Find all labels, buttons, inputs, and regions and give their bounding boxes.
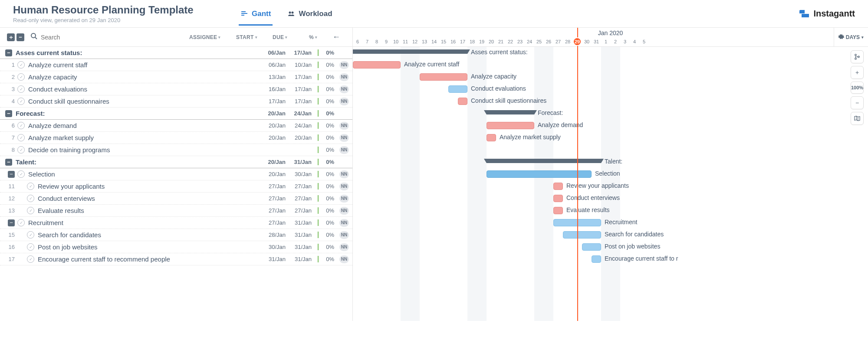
assignee-badge[interactable]: NN [339,219,349,227]
gantt-task-bar[interactable] [420,73,467,81]
expand-all-button[interactable]: ＋ [7,33,15,41]
task-row[interactable]: 13✓Evaluate results27/Jan27/Jan0%NN [0,205,352,217]
status-circle-icon[interactable]: ✓ [27,243,34,251]
assignee-badge[interactable]: NN [339,61,349,69]
assignee-badge[interactable]: NN [339,255,349,263]
gantt-group-bar[interactable] [353,49,467,54]
search-input[interactable] [41,34,102,41]
task-row[interactable]: −✓Recruitment27/Jan31/Jan0%NN [0,217,352,229]
col-header-percent[interactable]: %▾ [309,34,319,40]
assignee-badge[interactable]: NN [339,73,349,81]
status-circle-icon[interactable]: ✓ [17,170,25,178]
assignee-badge[interactable]: NN [339,207,349,215]
start-date: 20/Jan [261,134,286,141]
assignee-badge[interactable]: NN [339,170,349,178]
collapse-icon[interactable]: − [8,171,15,178]
gantt-task-bar[interactable] [563,231,601,239]
assignee-badge[interactable]: NN [339,183,349,190]
day-cell: 23 [515,37,525,46]
assignee-badge[interactable]: NN [339,85,349,93]
gantt-group-bar[interactable] [487,110,534,114]
gantt-group-bar[interactable] [487,159,601,163]
gantt-task-bar[interactable] [487,170,592,178]
task-row[interactable]: −✓Selection20/Jan30/Jan0%NN [0,168,352,180]
status-circle-icon[interactable]: ✓ [17,122,25,129]
collapse-all-button[interactable]: − [16,33,24,41]
assignee-badge[interactable]: NN [339,243,349,251]
task-row[interactable]: 15✓Search for candidates28/Jan31/Jan0%NN [0,229,352,241]
status-circle-icon[interactable]: ✓ [17,219,25,226]
col-header-start[interactable]: START▾ [236,34,260,40]
task-row[interactable]: 8✓Decide on training programs0%NN [0,144,352,156]
status-circle-icon[interactable]: ✓ [17,85,25,93]
assignee-badge[interactable]: NN [339,134,349,142]
tab-gantt[interactable]: Gantt [239,2,273,26]
status-circle-icon[interactable]: ✓ [27,183,34,190]
gantt-row: Post on job websites [353,241,868,253]
collapse-icon[interactable]: − [5,110,12,117]
assignee-badge[interactable]: NN [339,98,349,105]
gantt-bar-label: Evaluate results [566,206,610,213]
zoom-out-button[interactable]: − [851,96,864,109]
task-row[interactable]: 16✓Post on job websites30/Jan31/Jan0%NN [0,241,352,253]
collapse-icon[interactable]: − [5,159,12,166]
task-row[interactable]: 12✓Conduct enterviews27/Jan27/Jan0%NN [0,193,352,205]
task-row[interactable]: 6✓Analyze demand20/Jan24/Jan0%NN [0,120,352,132]
task-row[interactable]: 7✓Analyze market supply20/Jan20/Jan0%NN [0,132,352,144]
gantt-task-bar[interactable] [553,207,563,214]
assignee-badge[interactable]: NN [339,231,349,239]
sort-icon: ▾ [285,35,287,39]
gantt-task-bar[interactable] [487,134,496,141]
gantt-task-bar[interactable] [553,183,563,190]
gantt-task-bar[interactable] [353,61,401,69]
day-cell: 20 [487,37,496,46]
collapse-icon[interactable]: − [8,219,15,226]
percent-complete: 0% [318,62,335,68]
task-row[interactable]: 1✓Analyze current staff06/Jan10/Jan0%NN [0,59,352,71]
percent-complete: 0% [318,159,335,165]
assignee-badge[interactable]: NN [339,122,349,130]
gantt-row: Asses current status: [353,47,868,59]
status-circle-icon[interactable]: ✓ [17,73,25,81]
map-icon[interactable] [851,112,864,125]
task-row[interactable]: 4✓Conduct skill questionnaires17/Jan17/J… [0,95,352,108]
col-header-due[interactable]: DUE▾ [273,34,297,40]
assignee-badge[interactable]: NN [339,195,349,203]
task-group-row[interactable]: −Asses current status:06/Jan17/Jan0% [0,47,352,59]
assignee-badge[interactable]: NN [339,146,349,154]
task-row[interactable]: 2✓Analyze capacity13/Jan17/Jan0%NN [0,71,352,83]
gantt-task-bar[interactable] [458,98,467,105]
gantt-task-bar[interactable] [582,243,601,251]
zoom-level[interactable]: 100% [851,82,864,94]
gantt-task-bar[interactable] [448,85,467,93]
gantt-task-bar[interactable] [592,255,601,263]
task-group-row[interactable]: −Talent:20/Jan31/Jan0% [0,156,352,168]
gantt-body[interactable]: Asses current status:Analyze current sta… [353,47,868,265]
gantt-task-bar[interactable] [553,195,563,202]
brand[interactable]: Instagantt [799,9,855,19]
status-circle-icon[interactable]: ✓ [17,98,25,105]
day-cell: 8 [372,37,381,46]
status-circle-icon[interactable]: ✓ [17,134,25,141]
status-circle-icon[interactable]: ✓ [27,207,34,214]
zoom-in-button[interactable]: + [851,66,864,79]
tab-workload[interactable]: Workload [286,2,334,26]
row-index: 16 [7,244,15,250]
task-row[interactable]: 17✓Encourage current staff to recommend … [0,253,352,265]
task-row[interactable]: 11✓Review your applicants27/Jan27/Jan0%N… [0,180,352,193]
today-line [577,28,578,321]
status-circle-icon[interactable]: ✓ [27,231,34,239]
status-circle-icon[interactable]: ✓ [17,61,25,69]
col-header-assignee[interactable]: ASSIGNEE▾ [189,34,224,40]
branch-icon[interactable] [851,50,864,63]
task-row[interactable]: 3✓Conduct evaluations16/Jan17/Jan0%NN [0,83,352,95]
gantt-task-bar[interactable] [487,122,534,129]
status-circle-icon[interactable]: ✓ [27,255,34,263]
percent-complete: 0% [318,134,335,141]
timeline-scale-button[interactable]: DAYS ▾ [834,28,868,47]
back-arrow-icon[interactable]: ← [331,33,342,42]
status-circle-icon[interactable]: ✓ [17,146,25,154]
collapse-icon[interactable]: − [5,49,12,56]
status-circle-icon[interactable]: ✓ [27,195,34,202]
task-group-row[interactable]: −Forecast:20/Jan24/Jan0% [0,108,352,120]
